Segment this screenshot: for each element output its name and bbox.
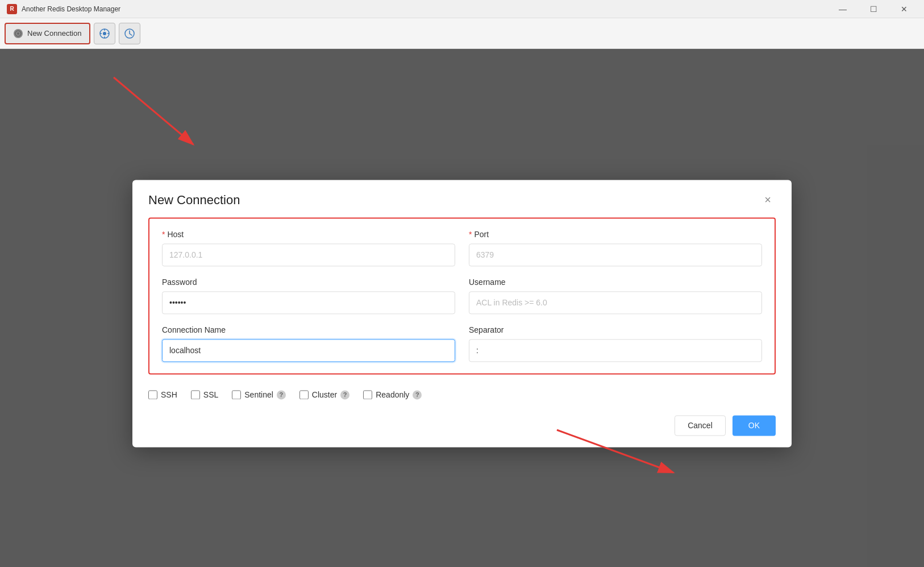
readonly-checkbox-item[interactable]: Readonly ? bbox=[363, 390, 422, 399]
maximize-button[interactable]: ☐ bbox=[860, 0, 886, 18]
history-icon-button[interactable] bbox=[119, 23, 140, 44]
sentinel-checkbox[interactable] bbox=[232, 390, 241, 399]
modal-close-button[interactable]: × bbox=[760, 192, 776, 208]
host-required-star: * bbox=[162, 230, 165, 239]
modal-header: New Connection × bbox=[132, 180, 792, 217]
host-group: * Host bbox=[162, 230, 455, 266]
connection-name-label: Connection Name bbox=[162, 325, 455, 334]
modal-title: New Connection bbox=[148, 193, 240, 208]
password-username-row: Password Username bbox=[162, 278, 762, 314]
app-title: Another Redis Desktop Manager bbox=[22, 5, 830, 13]
svg-point-1 bbox=[17, 32, 19, 35]
readonly-label: Readonly bbox=[376, 390, 409, 399]
sentinel-label: Sentinel bbox=[244, 390, 273, 399]
app-toolbar: New Connection bbox=[0, 18, 924, 49]
connections-icon-button[interactable] bbox=[94, 23, 115, 44]
ssl-checkbox-item[interactable]: SSL bbox=[191, 390, 218, 399]
host-port-row: * Host * Port bbox=[162, 230, 762, 266]
sentinel-help-icon[interactable]: ? bbox=[277, 390, 286, 399]
username-group: Username bbox=[469, 278, 762, 314]
name-separator-row: Connection Name Separator bbox=[162, 325, 762, 362]
password-input[interactable] bbox=[162, 291, 455, 314]
window-controls: — ☐ ✕ bbox=[830, 0, 917, 18]
new-connection-label: New Connection bbox=[27, 29, 81, 38]
ssh-checkbox-item[interactable]: SSH bbox=[148, 390, 177, 399]
new-connection-tab[interactable]: New Connection bbox=[5, 23, 90, 44]
password-label: Password bbox=[162, 278, 455, 287]
title-bar: R Another Redis Desktop Manager — ☐ ✕ bbox=[0, 0, 924, 18]
port-input[interactable] bbox=[469, 243, 762, 266]
main-area: New Connection × * Host * Port bbox=[0, 49, 924, 567]
port-group: * Port bbox=[469, 230, 762, 266]
cluster-help-icon[interactable]: ? bbox=[340, 390, 349, 399]
connection-name-group: Connection Name bbox=[162, 325, 455, 362]
port-label: * Port bbox=[469, 230, 762, 239]
connection-name-input[interactable] bbox=[162, 339, 455, 362]
cluster-label: Cluster bbox=[312, 390, 337, 399]
separator-group: Separator bbox=[469, 325, 762, 362]
svg-point-3 bbox=[103, 32, 106, 35]
username-label: Username bbox=[469, 278, 762, 287]
host-label: * Host bbox=[162, 230, 455, 239]
ssh-checkbox[interactable] bbox=[148, 390, 157, 399]
cluster-checkbox-item[interactable]: Cluster ? bbox=[299, 390, 349, 399]
new-connection-modal: New Connection × * Host * Port bbox=[132, 180, 792, 447]
ssl-label: SSL bbox=[203, 390, 218, 399]
ssh-label: SSH bbox=[161, 390, 177, 399]
sentinel-checkbox-item[interactable]: Sentinel ? bbox=[232, 390, 286, 399]
separator-label: Separator bbox=[469, 325, 762, 334]
port-required-star: * bbox=[469, 230, 472, 239]
username-input[interactable] bbox=[469, 291, 762, 314]
ssl-checkbox[interactable] bbox=[191, 390, 200, 399]
modal-footer: Cancel OK bbox=[132, 408, 792, 447]
close-window-button[interactable]: ✕ bbox=[891, 0, 917, 18]
host-input[interactable] bbox=[162, 243, 455, 266]
new-connection-icon bbox=[14, 29, 23, 38]
readonly-help-icon[interactable]: ? bbox=[413, 390, 422, 399]
password-group: Password bbox=[162, 278, 455, 314]
options-checkbox-row: SSH SSL Sentinel ? Cluster ? Readonly ? bbox=[132, 383, 792, 408]
minimize-button[interactable]: — bbox=[830, 0, 856, 18]
separator-input[interactable] bbox=[469, 339, 762, 362]
app-icon: R bbox=[7, 4, 17, 14]
readonly-checkbox[interactable] bbox=[363, 390, 372, 399]
connection-form-section: * Host * Port Password bbox=[148, 217, 776, 374]
cancel-button[interactable]: Cancel bbox=[675, 415, 726, 436]
cluster-checkbox[interactable] bbox=[299, 390, 309, 399]
ok-button[interactable]: OK bbox=[732, 415, 776, 436]
